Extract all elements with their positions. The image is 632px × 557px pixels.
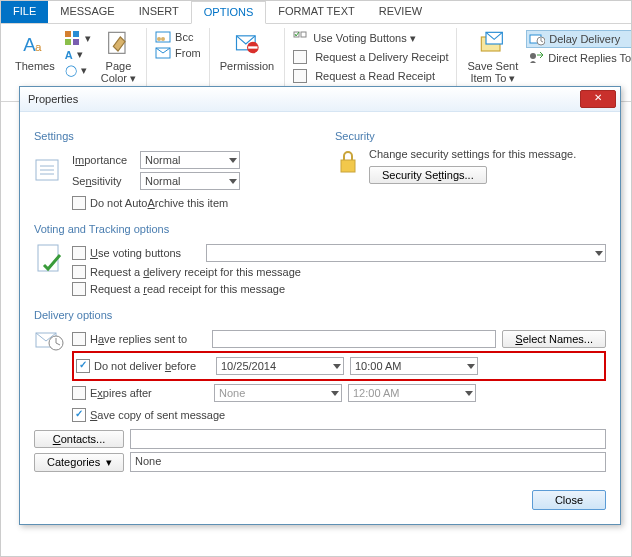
use-voting-checkbox[interactable]	[72, 246, 86, 260]
no-deliver-checkbox[interactable]	[76, 359, 90, 373]
permission-button[interactable]: Permission	[216, 28, 278, 74]
themes-label: Themes	[15, 60, 55, 72]
theme-fonts-button[interactable]: A▾	[63, 47, 93, 62]
chevron-down-icon	[229, 158, 237, 163]
direct-replies-button[interactable]: Direct Replies To	[526, 50, 632, 66]
req-delivery-label: Request a Delivery Receipt	[315, 51, 448, 63]
expires-time: 12:00 AM	[348, 384, 476, 402]
tab-insert[interactable]: INSERT	[127, 1, 191, 23]
checkbox-icon	[293, 69, 307, 83]
tab-review[interactable]: REVIEW	[367, 1, 434, 23]
from-label: From	[175, 47, 201, 59]
use-voting-label: Use voting buttons	[90, 247, 206, 259]
categories-field[interactable]: None	[130, 452, 606, 472]
have-replies-input[interactable]	[212, 330, 496, 348]
delivery-options-fieldset: Delivery options Have replies sent to Se…	[34, 309, 606, 472]
save-sent-label: Save Sent Item To ▾	[467, 60, 518, 85]
security-fieldset: Security Change security settings for th…	[335, 130, 606, 184]
no-archive-label: Do not AutoArchive this item	[90, 197, 228, 209]
have-replies-checkbox[interactable]	[72, 332, 86, 346]
expires-date: None	[214, 384, 342, 402]
settings-icon	[34, 156, 66, 186]
close-icon[interactable]: ✕	[580, 90, 616, 108]
direct-replies-label: Direct Replies To	[548, 52, 631, 64]
expires-label: Expires after	[90, 387, 214, 399]
delivery-icon	[34, 327, 66, 353]
categories-button[interactable]: Categories ▾	[34, 453, 124, 472]
svg-rect-2	[65, 31, 71, 37]
from-icon	[155, 47, 171, 59]
svg-rect-25	[341, 160, 355, 172]
chevron-down-icon	[331, 391, 339, 396]
importance-select[interactable]: Normal	[140, 151, 240, 169]
expires-time-value: 12:00 AM	[353, 387, 399, 399]
bcc-label: Bcc	[175, 31, 193, 43]
chevron-down-icon	[467, 364, 475, 369]
theme-effects-button[interactable]: ◯▾	[63, 63, 93, 78]
req-read-checkbox[interactable]	[72, 282, 86, 296]
tab-format-text[interactable]: FORMAT TEXT	[266, 1, 366, 23]
bcc-button[interactable]: Bcc	[153, 30, 203, 44]
theme-colors-button[interactable]: ▾	[63, 30, 93, 46]
svg-point-20	[530, 53, 536, 59]
effects-icon: ◯	[65, 64, 77, 77]
sensitivity-label: Sensitivity	[72, 175, 140, 187]
themes-button[interactable]: Aa Themes	[11, 28, 59, 74]
checkbox-icon	[293, 50, 307, 64]
ribbon-tabs: FILE MESSAGE INSERT OPTIONS FORMAT TEXT …	[1, 1, 631, 24]
do-not-deliver-highlight: Do not deliver before 10/25/2014 10:00 A…	[72, 351, 606, 381]
security-settings-button[interactable]: Security Settings...	[369, 166, 487, 184]
themes-icon: Aa	[21, 30, 49, 58]
req-delivery-checkbox[interactable]	[72, 265, 86, 279]
security-legend: Security	[335, 130, 381, 142]
request-read-receipt[interactable]: Request a Read Receipt	[291, 68, 450, 84]
select-names-button[interactable]: Select Names...	[502, 330, 606, 348]
close-button[interactable]: Close	[532, 490, 606, 510]
page-color-button[interactable]: Page Color ▾	[97, 28, 140, 87]
delay-icon	[529, 32, 545, 46]
settings-legend: Settings	[34, 130, 80, 142]
colors-icon	[65, 31, 81, 45]
from-button[interactable]: From	[153, 46, 203, 60]
tab-message[interactable]: MESSAGE	[48, 1, 126, 23]
svg-rect-15	[301, 32, 306, 37]
req-delivery-label: Request a delivery receipt for this mess…	[90, 266, 301, 278]
no-deliver-date[interactable]: 10/25/2014	[216, 357, 344, 375]
expires-checkbox[interactable]	[72, 386, 86, 400]
svg-text:a: a	[35, 40, 42, 53]
have-replies-label: Have replies sent to	[90, 333, 212, 345]
voting-buttons-select[interactable]	[206, 244, 606, 262]
save-copy-label: Save copy of sent message	[90, 409, 225, 421]
voting-icon	[293, 31, 309, 45]
contacts-field[interactable]	[130, 429, 606, 449]
delivery-legend: Delivery options	[34, 309, 118, 321]
no-archive-checkbox[interactable]	[72, 196, 86, 210]
no-deliver-date-value: 10/25/2014	[221, 360, 276, 372]
security-msg: Change security settings for this messag…	[369, 148, 576, 160]
page-color-icon	[104, 30, 132, 58]
save-copy-checkbox[interactable]	[72, 408, 86, 422]
sensitivity-value: Normal	[145, 175, 180, 187]
req-read-label: Request a Read Receipt	[315, 70, 435, 82]
permission-icon	[233, 30, 261, 58]
sensitivity-select[interactable]: Normal	[140, 172, 240, 190]
no-deliver-time[interactable]: 10:00 AM	[350, 357, 478, 375]
direct-replies-icon	[528, 51, 544, 65]
use-voting-buttons[interactable]: Use Voting Buttons ▾	[291, 30, 450, 46]
chevron-down-icon	[333, 364, 341, 369]
voting-legend: Voting and Tracking options	[34, 223, 175, 235]
save-sent-item-button[interactable]: Save Sent Item To ▾	[463, 28, 522, 87]
page-color-label: Page Color ▾	[101, 60, 136, 85]
chevron-down-icon	[595, 251, 603, 256]
request-delivery-receipt[interactable]: Request a Delivery Receipt	[291, 49, 450, 65]
contacts-button[interactable]: Contacts...	[34, 430, 124, 448]
chevron-down-icon	[465, 391, 473, 396]
svg-rect-4	[65, 39, 71, 45]
req-read-label: Request a read receipt for this message	[90, 283, 285, 295]
permission-label: Permission	[220, 60, 274, 72]
tab-options[interactable]: OPTIONS	[191, 1, 267, 24]
tab-file[interactable]: FILE	[1, 1, 48, 23]
delay-delivery-button[interactable]: Delay Delivery	[526, 30, 632, 48]
svg-point-8	[157, 37, 161, 41]
svg-rect-3	[73, 31, 79, 37]
